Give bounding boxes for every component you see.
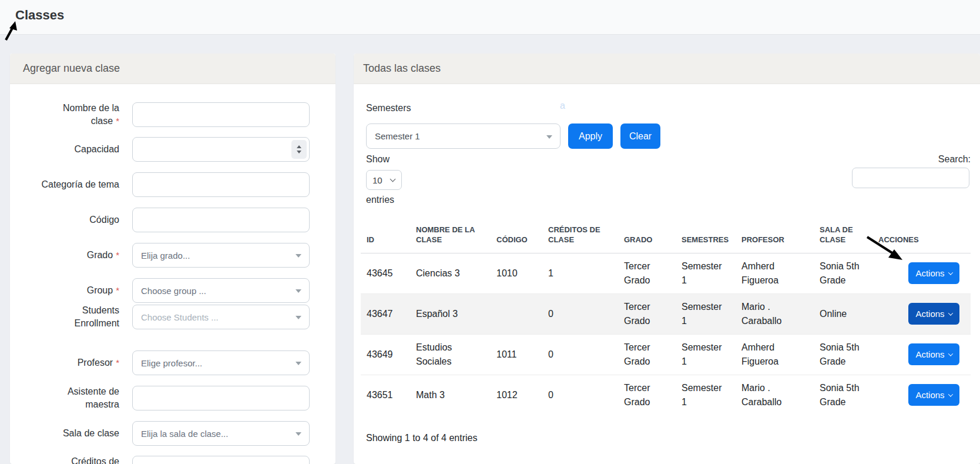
form-row-code: Código [10,208,335,232]
table-row: 43649 Estudios Sociales 1011 0 Tercer Gr… [361,334,971,375]
class-credits-label: Créditos de clase [10,455,119,464]
chevron-down-icon [390,176,395,182]
table-header-row: ID NOMBRE DE LA CLASE CÓDIGO CRÉDITOS DE… [361,212,971,253]
cell-creditos: 0 [542,334,618,375]
select-caret-icon [296,289,301,293]
all-classes-card-header: Todas las clases [354,54,980,84]
col-header-acciones[interactable]: ACCIONES [872,212,971,253]
chevron-down-icon [948,311,952,315]
capacity-input[interactable] [132,137,310,162]
cell-creditos: 0 [542,375,618,415]
classes-page: Classes Agregar nueva clase Nombre de la… [0,0,980,464]
apply-button[interactable]: Apply [568,123,613,149]
col-header-creditos[interactable]: CRÉDITOS DE CLASE [542,212,618,253]
col-header-id[interactable]: ID [361,212,410,253]
cell-semestres: Semester 1 [676,253,736,293]
select-caret-icon [296,432,301,436]
table-summary: Showing 1 to 4 of 4 entries [366,433,477,443]
semester-filter-value: Semester 1 [375,131,420,141]
code-input[interactable] [132,208,310,232]
cell-sala: Online [814,293,872,334]
select-caret-icon [296,316,301,319]
col-header-sala[interactable]: SALA DE CLASE [814,212,872,253]
code-label: Código [10,213,119,226]
students-enrollment-select[interactable]: Choose Students ... [132,305,310,329]
form-row-teacher: Profesor* Elige profesor... [10,350,335,375]
teacher-assistant-input[interactable] [132,386,310,410]
cell-profesor: Amherd Figueroa [736,334,814,375]
chevron-down-icon [948,351,952,356]
show-label: Show [366,154,390,165]
cell-semestres: Semester 1 [676,375,736,415]
capacity-label: Capacidad [10,143,119,156]
group-select[interactable]: Choose group ... [132,278,310,303]
cell-codigo: 1012 [491,375,542,415]
clear-button[interactable]: Clear [620,123,660,149]
search-label: Search: [938,154,971,165]
col-header-grado[interactable]: GRADO [618,212,676,253]
cell-sala: Sonia 5th Grade [814,253,872,293]
select-caret-icon [546,135,552,139]
cell-nombre: Español 3 [410,293,491,334]
col-header-profesor[interactable]: PROFESOR [736,212,814,253]
cell-id: 43651 [361,375,410,415]
col-header-codigo[interactable]: CÓDIGO [491,212,542,253]
classroom-select[interactable]: Elija la sala de clase... [132,421,310,446]
select-caret-icon [296,254,301,258]
form-row-students-enrollment: Students Enrollment Choose Students ... [10,304,335,330]
cell-sala: Sonia 5th Grade [814,334,872,375]
cell-grado: Tercer Grado [618,253,676,293]
page-title: Classes [15,8,64,23]
actions-button[interactable]: Actions [908,262,959,284]
col-header-semestres[interactable]: SEMESTRES [676,212,736,253]
required-mark: * [116,250,119,260]
add-class-card: Agregar nueva clase Nombre de la clase* … [10,54,335,464]
required-mark: * [116,285,119,295]
cell-id: 43645 [361,253,410,293]
form-row-capacity: Capacidad [10,137,335,162]
form-row-teacher-assistant: Asistente de maestra [10,385,335,411]
form-row-class-credits: Créditos de clase [10,455,335,464]
entries-label: entries [366,195,394,205]
table-row: 43647 Español 3 0 Tercer Grado Semester … [361,293,971,334]
select-caret-icon [296,362,301,365]
teacher-label: Profesor* [10,356,119,369]
form-row-subject-category: Categoría de tema [10,172,335,197]
cell-nombre: Estudios Sociales [410,334,491,375]
page-size-select[interactable]: 10 [366,170,402,190]
add-class-card-header: Agregar nueva clase [10,54,335,84]
add-class-form: Nombre de la clase* Capacidad Categoría … [10,84,335,464]
semester-filter-select[interactable]: Semester 1 [366,123,561,149]
cell-grado: Tercer Grado [618,375,676,415]
all-classes-card: Todas las clases Semesters a Semester 1 … [354,54,980,464]
cell-profesor: Amherd Figueroa [736,253,814,293]
page-size-value: 10 [372,175,382,185]
search-input[interactable] [852,168,969,188]
actions-button[interactable]: Actions [908,303,959,325]
class-name-input[interactable] [132,102,310,127]
required-mark: * [116,358,119,368]
cell-creditos: 1 [542,253,618,293]
actions-button[interactable]: Actions [908,384,959,406]
cell-profesor: Mario . Caraballo [736,293,814,334]
number-stepper-icon[interactable] [291,140,307,159]
cell-creditos: 0 [542,293,618,334]
chevron-down-icon [948,392,952,396]
grade-select[interactable]: Elija grado... [132,243,310,268]
classroom-label: Sala de clase [10,427,119,440]
teacher-select[interactable]: Elige profesor... [132,350,310,375]
add-class-card-title: Agregar nueva clase [10,62,120,75]
semesters-label: Semesters [366,103,411,114]
cell-semestres: Semester 1 [676,334,736,375]
actions-button[interactable]: Actions [908,343,959,365]
form-row-classroom: Sala de clase Elija la sala de clase... [10,421,335,446]
stepper-down-icon[interactable] [297,151,301,153]
stepper-up-icon[interactable] [297,145,301,148]
subject-category-input[interactable] [132,172,310,197]
class-name-label: Nombre de la clase* [10,102,119,128]
form-row-group: Group* Choose group ... [10,278,335,303]
cell-nombre: Ciencias 3 [410,253,491,293]
col-header-nombre[interactable]: NOMBRE DE LA CLASE [410,212,491,253]
class-credits-input[interactable] [132,456,310,464]
cell-profesor: Mario . Caraballo [736,375,814,415]
